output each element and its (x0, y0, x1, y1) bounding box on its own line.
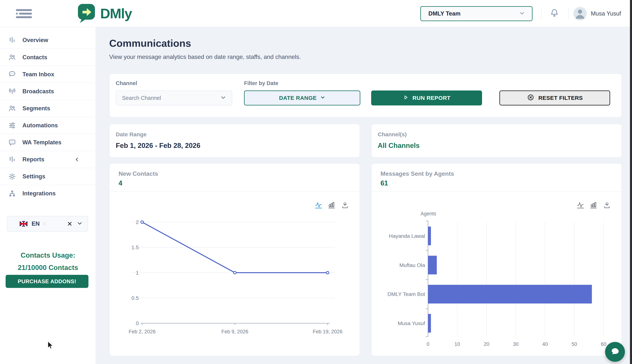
page-title: Communications (109, 38, 191, 49)
hamburger-menu-icon[interactable] (16, 9, 32, 18)
svg-text:DMLY Team Bot: DMLY Team Bot (388, 291, 425, 297)
svg-text:Feb 9, 2026: Feb 9, 2026 (222, 329, 248, 334)
notification-bell-icon[interactable] (549, 8, 560, 19)
sidebar-item-reports[interactable]: Reports (0, 151, 96, 168)
bar-chart-icon (8, 156, 16, 164)
svg-text:40: 40 (542, 342, 548, 347)
chat-widget-button[interactable] (605, 342, 625, 362)
contacts-usage-label: Contacts Usage: (0, 249, 96, 262)
svg-text:2: 2 (136, 219, 139, 225)
svg-text:60: 60 (601, 342, 606, 347)
channels-value: All Channels (378, 142, 420, 150)
filter-card: Channel Search Channel Filter by Date DA… (109, 74, 622, 118)
app-logo[interactable]: DMly (76, 2, 132, 24)
user-avatar[interactable] (573, 7, 587, 20)
date-range-value: Feb 1, 2026 - Feb 28, 2026 (116, 142, 200, 150)
sidebar-item-label: Automations (22, 122, 58, 129)
svg-text:10: 10 (454, 342, 460, 347)
sidebar-item-label: Integrations (22, 190, 56, 197)
sidebar-item-wa-templates[interactable]: WA Templates (0, 134, 96, 151)
svg-text:Hayanda Lawal: Hayanda Lawal (389, 233, 425, 239)
circled-x-icon (527, 94, 534, 103)
contacts-usage: Contacts Usage: 21/10000 Contacts (0, 249, 96, 274)
users-icon (8, 54, 16, 61)
reset-filters-button[interactable]: RESET FILTERS (500, 90, 610, 106)
page-subtitle: View your message analytics based on dat… (109, 54, 301, 60)
bar-chart-icon[interactable] (328, 201, 336, 209)
filter-by-date-label: Filter by Date (244, 80, 278, 86)
user-name: Musa Yusuf (591, 10, 621, 17)
date-range-button[interactable]: DATE RANGE (244, 90, 360, 106)
purchase-addons-button[interactable]: PURCHASE ADDONS! (6, 275, 88, 288)
bar-chart-icon (8, 36, 16, 44)
sidebar: OverviewContactsTeam InboxBroadcastsSegm… (0, 27, 96, 364)
mouse-cursor (46, 341, 54, 351)
team-selector-value: DMLY Team (428, 10, 519, 17)
run-report-button[interactable]: RUN REPORT (371, 90, 482, 106)
sidebar-item-label: Team Inbox (22, 71, 54, 78)
bar-chart-icon[interactable] (590, 201, 598, 209)
svg-text:Musa Yusuf: Musa Yusuf (398, 320, 425, 326)
team-selector-dropdown[interactable]: DMLY Team (420, 6, 532, 21)
chevron-down-icon (220, 94, 226, 102)
chart-toolbar (577, 201, 611, 209)
header-divider (568, 8, 569, 20)
chat-template-icon (8, 138, 16, 146)
play-icon (403, 94, 409, 102)
sidebar-item-automations[interactable]: Automations (0, 117, 96, 134)
sidebar-item-settings[interactable]: Settings (0, 168, 96, 185)
sidebar-item-label: WA Templates (22, 139, 61, 146)
language-selector[interactable]: EN × (7, 216, 88, 232)
logo-bubble-icon (76, 2, 97, 24)
sidebar-item-integrations[interactable]: Integrations (0, 185, 96, 202)
svg-text:30: 30 (513, 342, 518, 347)
header-divider (541, 8, 542, 20)
sidebar-item-label: Overview (22, 37, 48, 44)
svg-text:20: 20 (484, 342, 489, 347)
sidebar-item-segments[interactable]: Segments (0, 100, 96, 117)
sidebar-item-team-inbox[interactable]: Team Inbox (0, 66, 96, 83)
chat-bubble-icon (8, 70, 16, 78)
svg-text:Muftau Ola: Muftau Ola (400, 262, 425, 268)
messages-by-agents-card: Messages Sent by Agents 61 Agents0102030… (371, 163, 622, 356)
sidebar-item-label: Segments (22, 105, 50, 112)
svg-text:Feb 19, 2026: Feb 19, 2026 (313, 329, 342, 334)
broadcast-icon (8, 88, 16, 95)
line-chart-icon[interactable] (577, 201, 585, 209)
sidebar-item-label: Reports (22, 156, 44, 163)
channel-search-select[interactable]: Search Channel (116, 90, 232, 106)
sliders-icon (8, 122, 16, 129)
svg-text:50: 50 (572, 342, 577, 347)
top-header: DMly DMLY Team Musa Yusuf (0, 0, 632, 27)
sidebar-item-label: Settings (22, 173, 45, 180)
chevron-down-icon[interactable] (76, 220, 83, 227)
svg-text:0.5: 0.5 (132, 295, 139, 301)
uk-flag-icon (20, 221, 28, 226)
svg-text:Agents: Agents (420, 211, 436, 216)
clear-language-icon[interactable] (67, 221, 73, 227)
chevron-down-icon (519, 10, 525, 17)
chevron-down-icon (320, 95, 325, 101)
sidebar-item-broadcasts[interactable]: Broadcasts (0, 83, 96, 100)
sidebar-nav: OverviewContactsTeam InboxBroadcastsSegm… (0, 27, 96, 202)
chat-bubble-icon (609, 346, 621, 358)
sitemap-icon (8, 190, 16, 198)
download-icon[interactable] (341, 201, 349, 209)
sidebar-item-contacts[interactable]: Contacts (0, 48, 96, 66)
download-icon[interactable] (603, 201, 611, 209)
language-ghost-clear: × (42, 220, 67, 228)
sidebar-item-label: Contacts (22, 54, 47, 61)
sidebar-item-overview[interactable]: Overview (0, 32, 96, 48)
svg-text:0: 0 (136, 320, 139, 326)
channel-search-placeholder: Search Channel (122, 95, 220, 101)
chevron-left-icon[interactable] (74, 156, 80, 164)
gear-icon (8, 172, 16, 180)
svg-text:1.5: 1.5 (132, 244, 139, 250)
language-value: EN (32, 220, 40, 227)
users-icon (8, 104, 16, 112)
svg-text:1: 1 (136, 270, 139, 276)
line-chart-icon[interactable] (315, 201, 323, 209)
new-contacts-card: New Contacts 4 00.511.52Feb 2, 2026Feb 9… (109, 163, 360, 356)
new-contacts-line-chart: 00.511.52Feb 2, 2026Feb 9, 2026Feb 19, 2… (110, 164, 360, 356)
page-scrollbar[interactable] (630, 0, 632, 364)
